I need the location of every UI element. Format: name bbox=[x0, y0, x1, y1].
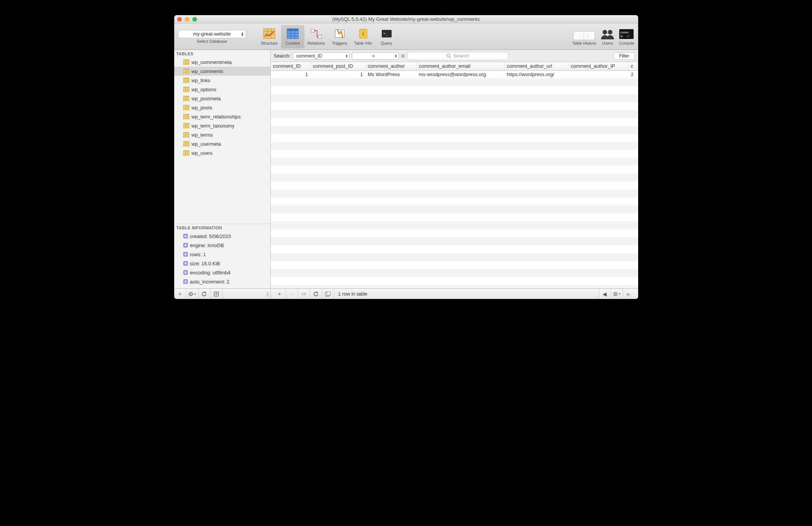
search-operator-select[interactable]: = ▲▼ bbox=[352, 52, 399, 60]
search-field-select[interactable]: comment_ID ▲▼ bbox=[293, 52, 350, 60]
console-button[interactable]: consoleoff Console bbox=[619, 28, 634, 45]
body: TABLES wp_commentmetawp_commentswp_links… bbox=[174, 50, 638, 288]
reload-content-button[interactable] bbox=[310, 289, 322, 299]
cell[interactable]: ms-wrodpress@wordpress.org bbox=[417, 70, 504, 78]
svg-text:conso: conso bbox=[620, 31, 629, 34]
table-item-wp-term-relationships[interactable]: wp_term_relationships bbox=[174, 112, 270, 121]
tab-query[interactable]: >_ Query bbox=[375, 25, 398, 48]
svg-text:>_: >_ bbox=[383, 31, 389, 36]
sidebar-resize-handle[interactable]: ||| bbox=[223, 289, 270, 299]
svg-marker-101 bbox=[215, 293, 217, 295]
tab-structure[interactable]: Structure bbox=[258, 25, 281, 48]
table-item-wp-options[interactable]: wp_options bbox=[174, 85, 270, 94]
svg-point-21 bbox=[608, 30, 612, 34]
svg-point-95 bbox=[190, 293, 191, 294]
table-info-row: engine: InnoDB bbox=[174, 241, 270, 250]
relations-icon bbox=[310, 28, 322, 40]
add-table-button[interactable]: ＋ bbox=[174, 289, 186, 299]
tab-triggers[interactable]: Triggers bbox=[328, 25, 351, 48]
stepper-icon: ▲▼ bbox=[241, 32, 244, 36]
bullet-icon bbox=[183, 234, 188, 238]
bullet-icon bbox=[183, 261, 188, 266]
table-item-wp-comments[interactable]: wp_comments bbox=[174, 67, 270, 76]
search-mode-toggle[interactable] bbox=[401, 54, 405, 58]
history-fwd-icon[interactable]: 〉 bbox=[584, 31, 595, 40]
column-header[interactable]: comment_author_email bbox=[417, 62, 504, 70]
svg-rect-51 bbox=[183, 96, 189, 98]
tab-content[interactable]: Content bbox=[281, 25, 304, 48]
table-item-wp-term-taxonomy[interactable]: wp_term_taxonomy bbox=[174, 121, 270, 130]
search-bar: Search: comment_ID ▲▼ = ▲▼ Search Filter bbox=[271, 50, 638, 62]
cell[interactable]: Ms WordPress bbox=[365, 70, 417, 78]
svg-point-13 bbox=[314, 30, 315, 31]
page-gear-button[interactable]: ▾ bbox=[611, 289, 623, 299]
tables-list[interactable]: wp_commentmetawp_commentswp_linkswp_opti… bbox=[174, 58, 270, 224]
svg-text:i: i bbox=[362, 30, 364, 37]
cell[interactable]: 1 bbox=[271, 70, 311, 78]
cell[interactable] bbox=[568, 70, 628, 78]
svg-point-20 bbox=[603, 30, 607, 34]
column-header[interactable]: comment_author bbox=[365, 62, 417, 70]
search-input[interactable]: Search bbox=[407, 52, 508, 60]
data-grid[interactable]: comment_IDcomment_post_IDcomment_authorc… bbox=[271, 62, 638, 288]
toolbar-right: 〈 〉 Table History Users consoleoff Conso… bbox=[572, 28, 634, 45]
svg-rect-45 bbox=[183, 87, 189, 89]
table-history[interactable]: 〈 〉 Table History bbox=[572, 31, 597, 45]
bottom-bar: ＋ ▾ ||| ＋ － 1 row in bbox=[174, 288, 638, 299]
cell[interactable]: https://wordpress.org/ bbox=[504, 70, 568, 78]
cell[interactable]: 2 bbox=[628, 70, 638, 78]
bullet-icon bbox=[183, 252, 188, 257]
bullet-icon bbox=[183, 243, 188, 247]
tab-relations[interactable]: Relations bbox=[304, 25, 328, 48]
column-header[interactable]: comment_author_IP bbox=[568, 62, 628, 70]
duplicate-row-button[interactable] bbox=[298, 289, 310, 299]
tables-header: TABLES bbox=[174, 50, 270, 58]
gear-button[interactable]: ▾ bbox=[186, 289, 198, 299]
column-header[interactable]: c bbox=[628, 62, 638, 70]
column-header[interactable]: comment_ID bbox=[271, 62, 311, 70]
table-info-icon: i bbox=[357, 28, 369, 40]
next-page-button[interactable]: ▶ bbox=[623, 289, 635, 299]
users-button[interactable]: Users bbox=[600, 28, 615, 45]
add-row-button[interactable]: ＋ bbox=[274, 289, 286, 299]
table-item-wp-posts[interactable]: wp_posts bbox=[174, 103, 270, 112]
copy-button[interactable] bbox=[322, 289, 334, 299]
cell[interactable]: 1 bbox=[311, 70, 365, 78]
table-item-wp-usermeta[interactable]: wp_usermeta bbox=[174, 139, 270, 148]
filter-button[interactable]: Filter bbox=[614, 52, 635, 60]
svg-rect-87 bbox=[183, 151, 189, 152]
main-content: Search: comment_ID ▲▼ = ▲▼ Search Filter bbox=[271, 50, 638, 288]
history-back-icon[interactable]: 〈 bbox=[573, 31, 584, 40]
table-info-row: size: 16.0 KiB bbox=[174, 259, 270, 268]
sidebar-bottom: ＋ ▾ ||| bbox=[174, 289, 271, 299]
content-bottom: ＋ － 1 row in table ◀ ▾ ▶ bbox=[271, 289, 638, 299]
structure-icon bbox=[263, 28, 275, 40]
titlebar: (MySQL 5.5.42) My Great Website/my-great… bbox=[174, 15, 638, 23]
table-item-wp-users[interactable]: wp_users bbox=[174, 148, 270, 157]
table-item-wp-commentmeta[interactable]: wp_commentmeta bbox=[174, 58, 270, 67]
gear-icon bbox=[189, 291, 194, 297]
remove-row-button[interactable]: － bbox=[286, 289, 298, 299]
database-chooser: my-great-website ▲▼ Select Database bbox=[178, 30, 246, 44]
prev-page-button[interactable]: ◀ bbox=[599, 289, 611, 299]
table-info-row: encoding: utf8mb4 bbox=[174, 268, 270, 277]
sidebar: TABLES wp_commentmetawp_commentswp_links… bbox=[174, 50, 271, 288]
search-label: Search: bbox=[274, 53, 291, 59]
svg-rect-0 bbox=[264, 29, 275, 39]
svg-line-93 bbox=[450, 57, 451, 58]
table-item-wp-links[interactable]: wp_links bbox=[174, 76, 270, 85]
table-row[interactable]: 11Ms WordPressms-wrodpress@wordpress.org… bbox=[271, 70, 638, 78]
svg-point-14 bbox=[317, 36, 319, 37]
svg-text:le: le bbox=[620, 34, 623, 38]
toggle-info-button[interactable] bbox=[211, 289, 223, 299]
tab-table-info[interactable]: i Table Info bbox=[351, 25, 375, 48]
svg-rect-27 bbox=[183, 60, 189, 61]
database-select[interactable]: my-great-website ▲▼ bbox=[178, 30, 246, 38]
clipboard-icon bbox=[325, 291, 331, 297]
table-item-wp-postmeta[interactable]: wp_postmeta bbox=[174, 94, 270, 103]
reload-tables-button[interactable] bbox=[198, 289, 211, 299]
stepper-icon: ▲▼ bbox=[394, 54, 397, 58]
column-header[interactable]: comment_author_url bbox=[504, 62, 568, 70]
column-header[interactable]: comment_post_ID bbox=[311, 62, 365, 70]
table-item-wp-terms[interactable]: wp_terms bbox=[174, 130, 270, 139]
